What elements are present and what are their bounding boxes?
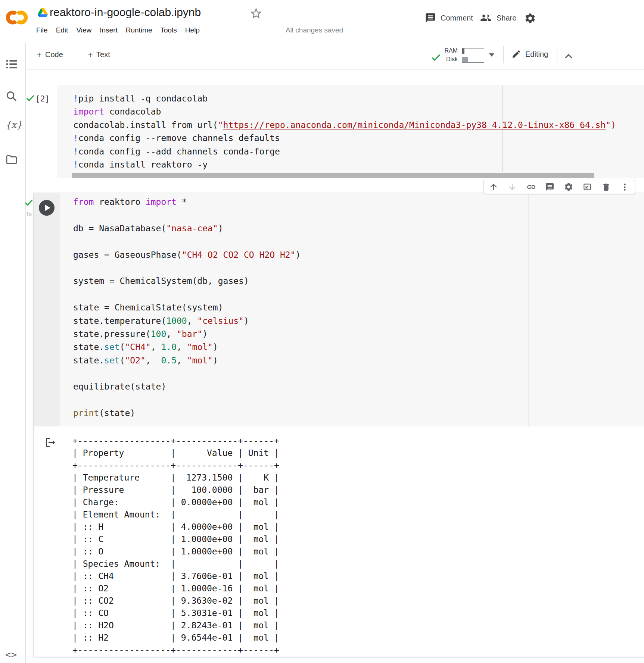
code-line[interactable]: state.temperature(1000, "celsius") [73, 315, 301, 328]
menu-edit[interactable]: Edit [56, 26, 68, 34]
more-options-vert-icon[interactable] [620, 182, 630, 192]
code-line[interactable] [73, 288, 301, 301]
code-line[interactable]: !pip install -q condacolab [73, 92, 616, 105]
output-text: +------------------+------------+------+… [34, 426, 279, 656]
code-line[interactable]: print(state) [73, 407, 301, 420]
menubar: File Edit View Insert Runtime Tools Help… [36, 26, 343, 34]
save-status-link[interactable]: All changes saved [286, 26, 343, 34]
people-icon [479, 12, 492, 24]
menu-file[interactable]: File [36, 26, 48, 34]
cell1-execution-count[interactable]: [2] [35, 94, 50, 103]
code-line[interactable]: !conda install reaktoro -y [73, 158, 616, 171]
search-icon[interactable] [5, 90, 18, 103]
left-sidebar: {x} <> [0, 43, 26, 663]
chevron-up-icon[interactable] [563, 51, 574, 62]
colab-window: reaktoro-in-google-colab.ipynb File Edit… [0, 0, 644, 663]
delete-cell-trash-icon[interactable] [601, 182, 611, 192]
table-of-contents-icon[interactable] [5, 59, 18, 69]
gear-icon [524, 12, 536, 24]
cell-toolbar [483, 180, 635, 194]
add-code-button[interactable]: + Code [37, 50, 63, 59]
cell2-success-check-icon [24, 198, 34, 207]
horizontal-scrollbar[interactable] [72, 173, 594, 178]
code-line[interactable]: gases = GaseousPhase("CH4 O2 CO2 CO H2O … [73, 248, 301, 262]
comment-label: Comment [441, 14, 473, 22]
mirror-cell-in-tab-icon[interactable] [582, 182, 592, 192]
code-line[interactable]: state.set("O2", 0.5, "mol") [73, 354, 301, 367]
code-snippets-icon[interactable]: <> [5, 649, 17, 660]
cell2-runtime-label: 1s [26, 211, 32, 217]
comment-icon [425, 12, 436, 24]
toolbar-divider [557, 46, 557, 63]
code-line[interactable] [73, 367, 301, 380]
code-line[interactable]: !conda config --add channels conda-forge [73, 145, 616, 158]
add-comment-button[interactable] [545, 182, 555, 192]
code-line[interactable]: system = ChemicalSystem(db, gases) [73, 275, 301, 288]
resources-dropdown-caret-icon[interactable] [489, 53, 494, 57]
cell2-gutter [34, 193, 60, 426]
code-line[interactable] [73, 394, 301, 407]
files-folder-icon[interactable] [5, 154, 18, 165]
code-line[interactable] [73, 235, 301, 248]
google-drive-icon [38, 8, 48, 17]
header: reaktoro-in-google-colab.ipynb File Edit… [0, 0, 644, 43]
add-text-button[interactable]: + Text [88, 50, 110, 59]
cell1-code-editor[interactable]: !pip install -q condacolabimport condaco… [57, 92, 616, 171]
ram-label: RAM [437, 47, 458, 54]
toolbar-divider [503, 46, 504, 63]
run-cell-button[interactable] [39, 200, 55, 216]
plus-icon: + [37, 51, 42, 59]
code-line[interactable]: from reaktoro import * [73, 196, 301, 209]
code-line[interactable]: equilibrate(state) [73, 380, 301, 393]
menu-view[interactable]: View [76, 26, 91, 34]
column-ruler [528, 193, 529, 426]
disk-usage-bar[interactable] [462, 57, 484, 63]
menu-insert[interactable]: Insert [100, 26, 118, 34]
settings-button[interactable] [524, 12, 536, 24]
editing-mode-button[interactable]: Editing [511, 49, 548, 59]
code-line[interactable]: !conda config --remove channels defaults [73, 132, 616, 145]
notebook-toolbar: + Code + Text RAM Disk Editing [25, 43, 644, 70]
cell2-code-editor[interactable]: from reaktoro import *db = NasaDatabase(… [60, 196, 301, 420]
code-line[interactable] [73, 262, 301, 275]
variables-icon[interactable]: {x} [5, 119, 22, 130]
code-cell-1[interactable]: !pip install -q condacolabimport condaco… [57, 85, 644, 178]
share-button[interactable]: Share [479, 12, 516, 24]
colab-logo-icon[interactable] [6, 7, 28, 28]
move-cell-up-button[interactable] [489, 182, 498, 192]
code-line[interactable]: condacolab.install_from_url("https://rep… [73, 119, 616, 132]
code-cell-2[interactable]: from reaktoro import *db = NasaDatabase(… [34, 193, 644, 657]
cell2-output-area: +------------------+------------+------+… [34, 426, 644, 657]
disk-label: Disk [437, 56, 458, 63]
code-line[interactable]: state = ChemicalState(system) [73, 301, 301, 314]
star-icon[interactable] [249, 7, 263, 20]
comment-button[interactable]: Comment [425, 12, 473, 24]
code-line[interactable]: db = NasaDatabase("nasa-cea") [73, 222, 301, 235]
share-label: Share [497, 14, 516, 22]
play-icon [39, 200, 55, 216]
cell1-success-check-icon [25, 93, 35, 103]
ram-usage-bar[interactable] [462, 48, 484, 54]
menu-tools[interactable]: Tools [161, 26, 177, 34]
copy-link-to-cell-button[interactable] [526, 182, 536, 192]
pencil-icon [511, 49, 521, 59]
editing-label: Editing [525, 50, 548, 59]
notebook-title[interactable]: reaktoro-in-google-colab.ipynb [50, 6, 201, 19]
add-text-label: Text [96, 50, 110, 59]
add-code-label: Code [45, 50, 63, 59]
cell2-editor[interactable]: from reaktoro import *db = NasaDatabase(… [60, 193, 644, 426]
menu-runtime[interactable]: Runtime [126, 26, 152, 34]
code-line[interactable] [73, 209, 301, 222]
code-line[interactable]: import condacolab [73, 105, 616, 118]
move-cell-down-button[interactable] [507, 182, 517, 192]
code-line[interactable]: state.pressure(100, "bar") [73, 328, 301, 341]
cell-settings-gear-icon[interactable] [564, 182, 573, 192]
plus-icon: + [88, 51, 93, 59]
menu-help[interactable]: Help [185, 26, 200, 34]
code-line[interactable]: state.set("CH4", 1.0, "mol") [73, 341, 301, 354]
